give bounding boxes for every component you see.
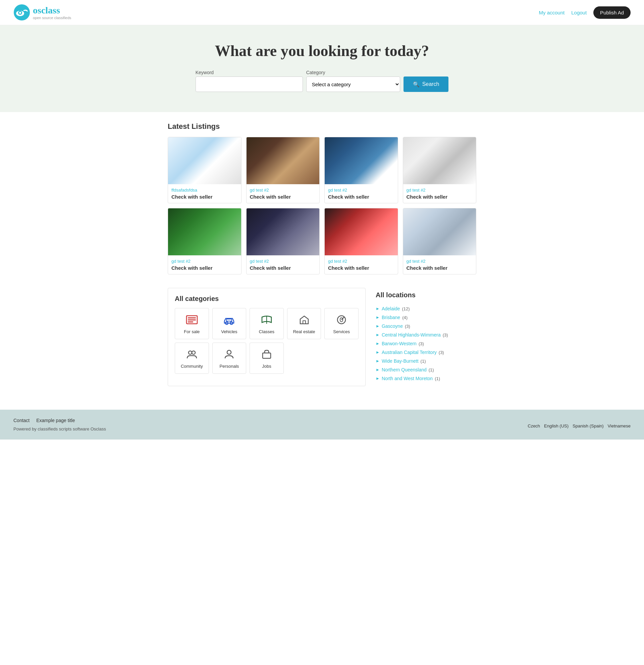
listing-category: gd test #2 xyxy=(171,259,238,264)
location-arrow-icon: ► xyxy=(376,324,380,328)
location-name: Adelaide xyxy=(382,306,400,311)
jobs-label: Jobs xyxy=(262,364,271,369)
classes-icon xyxy=(260,313,273,326)
category-item-services[interactable]: Services xyxy=(324,308,358,339)
search-bar: Keyword Category Select a category For s… xyxy=(7,70,637,92)
listing-card[interactable]: gd test #2 Check with seller xyxy=(246,208,320,274)
categories-grid: For sale Vehicles Classes Real estate Se… xyxy=(175,308,358,374)
realestate-label: Real estate xyxy=(293,329,315,334)
logo[interactable]: osclass open source classifieds xyxy=(14,4,71,21)
listing-image xyxy=(247,137,320,184)
latest-listings-section: Latest Listings ffdsafadsfdsa Check with… xyxy=(168,122,476,274)
listing-card[interactable]: ffdsafadsfdsa Check with seller xyxy=(168,137,241,203)
svg-rect-6 xyxy=(188,319,196,320)
location-arrow-icon: ► xyxy=(376,359,380,363)
location-name: Northern Queensland xyxy=(382,367,427,373)
vehicles-icon xyxy=(222,313,236,326)
search-button[interactable]: 🔍 Search xyxy=(404,76,449,92)
category-item-jobs[interactable]: Jobs xyxy=(250,343,284,374)
location-item[interactable]: ► Gascoyne (3) xyxy=(376,322,476,330)
location-count: (1) xyxy=(429,367,434,373)
location-name: Central Highlands-Wimmera xyxy=(382,332,441,338)
category-item-vehicles[interactable]: Vehicles xyxy=(212,308,247,339)
location-arrow-icon: ► xyxy=(376,376,380,381)
location-count: (1) xyxy=(421,359,426,364)
location-item[interactable]: ► Northern Queensland (1) xyxy=(376,365,476,374)
category-group: Category Select a category For sale Vehi… xyxy=(306,70,400,92)
publish-ad-button[interactable]: Publish Ad xyxy=(593,6,630,19)
services-label: Services xyxy=(333,329,350,334)
listing-info: gd test #2 Check with seller xyxy=(247,255,320,274)
location-count: (3) xyxy=(439,350,444,355)
listing-card[interactable]: gd test #2 Check with seller xyxy=(246,137,320,203)
listing-card[interactable]: gd test #2 Check with seller xyxy=(324,137,398,203)
location-name: Gascoyne xyxy=(382,323,403,329)
listing-price: Check with seller xyxy=(171,265,238,271)
listing-price: Check with seller xyxy=(328,265,394,271)
listing-price: Check with seller xyxy=(171,194,238,200)
listing-card[interactable]: gd test #2 Check with seller xyxy=(403,208,476,274)
classes-label: Classes xyxy=(259,329,274,334)
location-item[interactable]: ► North and West Moreton (1) xyxy=(376,374,476,383)
location-count: (3) xyxy=(405,324,410,329)
footer-row: ContactExample page title Powered by cla… xyxy=(14,418,630,432)
logout-link[interactable]: Logout xyxy=(571,10,587,15)
logo-icon xyxy=(14,4,30,21)
locations-list: ► Adelaide (12) ► Brisbane (4) ► Gascoyn… xyxy=(376,304,476,383)
location-arrow-icon: ► xyxy=(376,367,380,372)
footer: ContactExample page title Powered by cla… xyxy=(0,410,644,439)
realestate-icon xyxy=(297,313,311,326)
listing-category: gd test #2 xyxy=(407,188,473,193)
svg-rect-12 xyxy=(303,321,306,324)
personals-label: Personals xyxy=(219,364,239,369)
category-item-realestate[interactable]: Real estate xyxy=(287,308,321,339)
location-item[interactable]: ► Australian Capital Territory (3) xyxy=(376,348,476,357)
listing-image xyxy=(168,208,241,255)
footer-link[interactable]: Example page title xyxy=(36,418,75,423)
category-item-forsale[interactable]: For sale xyxy=(175,308,209,339)
svg-rect-10 xyxy=(227,319,232,321)
listing-card[interactable]: gd test #2 Check with seller xyxy=(168,208,241,274)
search-button-label: Search xyxy=(422,81,440,87)
listing-info: gd test #2 Check with seller xyxy=(403,255,476,274)
location-item[interactable]: ► Brisbane (4) xyxy=(376,313,476,322)
logo-text: osclass open source classifieds xyxy=(33,5,71,20)
categories-section: All categories For sale Vehicles Classes… xyxy=(168,288,366,386)
logo-name: osclass xyxy=(33,5,71,16)
svg-rect-7 xyxy=(188,321,193,322)
footer-language-link[interactable]: Vietnamese xyxy=(608,423,630,429)
svg-rect-5 xyxy=(188,317,196,318)
categories-title: All categories xyxy=(175,295,358,303)
community-label: Community xyxy=(181,364,203,369)
location-item[interactable]: ► Barwon-Western (3) xyxy=(376,339,476,348)
footer-language-link[interactable]: Czech xyxy=(528,423,540,429)
header-nav: My account Logout Publish Ad xyxy=(539,6,630,19)
location-arrow-icon: ► xyxy=(376,306,380,311)
category-item-community[interactable]: Community xyxy=(175,343,209,374)
listing-image xyxy=(325,137,398,184)
location-item[interactable]: ► Adelaide (12) xyxy=(376,304,476,313)
forsale-icon xyxy=(185,313,199,326)
keyword-input[interactable] xyxy=(196,76,303,92)
location-count: (3) xyxy=(443,332,448,338)
footer-language-link[interactable]: English (US) xyxy=(544,423,568,429)
listing-info: gd test #2 Check with seller xyxy=(325,184,398,203)
header: osclass open source classifieds My accou… xyxy=(0,0,644,25)
keyword-group: Keyword xyxy=(196,70,303,92)
category-select[interactable]: Select a category For sale Vehicles Clas… xyxy=(306,76,400,92)
category-item-personals[interactable]: Personals xyxy=(212,343,247,374)
location-item[interactable]: ► Central Highlands-Wimmera (3) xyxy=(376,330,476,339)
svg-point-3 xyxy=(19,12,21,14)
footer-left: ContactExample page title Powered by cla… xyxy=(14,418,106,432)
category-item-classes[interactable]: Classes xyxy=(250,308,284,339)
my-account-link[interactable]: My account xyxy=(539,10,565,15)
listing-price: Check with seller xyxy=(250,265,316,271)
listing-category: gd test #2 xyxy=(407,259,473,264)
listing-price: Check with seller xyxy=(328,194,394,200)
listing-card[interactable]: gd test #2 Check with seller xyxy=(403,137,476,203)
location-count: (12) xyxy=(402,306,410,311)
footer-link[interactable]: Contact xyxy=(14,418,30,423)
location-item[interactable]: ► Wide Bay-Burnett (1) xyxy=(376,357,476,365)
footer-language-link[interactable]: Spanish (Spain) xyxy=(572,423,604,429)
listing-card[interactable]: gd test #2 Check with seller xyxy=(324,208,398,274)
